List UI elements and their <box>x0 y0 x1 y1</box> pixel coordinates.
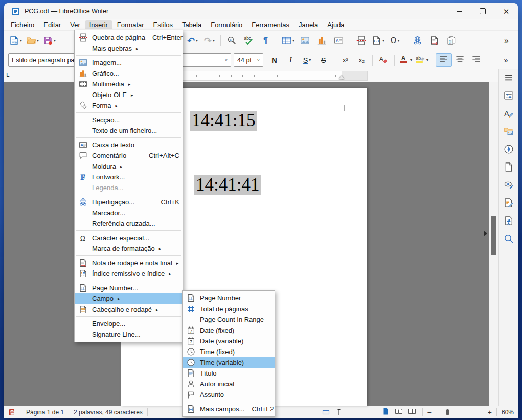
menu-item-imagem[interactable]: Imagem... <box>75 57 183 68</box>
menu-item-campo[interactable]: Campo▸ <box>75 293 183 304</box>
field-item-page-count-in-range[interactable]: Page Count In Range <box>183 314 275 325</box>
undo-button[interactable]: ↶▾ <box>184 33 201 48</box>
menu-item-car-cter-especial[interactable]: Carácter especial... <box>75 232 183 243</box>
minimize-button[interactable] <box>447 3 471 19</box>
field-item-time-variable[interactable]: Time (variable) <box>183 357 275 368</box>
menu-item-forma[interactable]: Forma▸ <box>75 100 183 111</box>
menu-item-ndice-remissivo-e-ndice[interactable]: Índice remissivo e índice▸ <box>75 268 183 279</box>
menu-item-coment-rio[interactable]: ComentárioCtrl+Alt+C <box>75 150 183 161</box>
styles-deck-button[interactable] <box>502 108 515 121</box>
time-field[interactable]: 14:41:41 <box>194 175 261 195</box>
word-count-status[interactable]: 2 palavras, 49 caracteres <box>74 409 143 416</box>
accessibility-check-button[interactable] <box>502 216 515 228</box>
menu-item-marca-de-formata-o[interactable]: Marca de formatação▸ <box>75 243 183 254</box>
menu-item-envelope[interactable]: Envelope... <box>75 318 183 329</box>
field-item-mais-campos[interactable]: Mais campos...Ctrl+F2 <box>183 404 275 414</box>
field-item-date-fixed[interactable]: Date (fixed) <box>183 325 275 336</box>
field-item-time-fixed[interactable]: Time (fixed) <box>183 346 275 357</box>
menu-item-multim-dia[interactable]: Multimédia▸ <box>75 79 183 89</box>
menu-janela[interactable]: Janela <box>294 20 323 29</box>
menu-item-page-number[interactable]: Page Number... <box>75 283 183 293</box>
menu-estilos[interactable]: Estilos <box>149 20 177 29</box>
menu-formatar[interactable]: Formatar <box>112 20 149 29</box>
insert-chart-button[interactable] <box>313 33 330 48</box>
field-item-date-variable[interactable]: Date (variable) <box>183 336 275 346</box>
field-item-total-de-p-ginas[interactable]: Total de páginas <box>183 304 275 314</box>
menu-item-texto-de-um-ficheiro[interactable]: Texto de um ficheiro... <box>75 125 183 136</box>
align-center-button[interactable] <box>452 53 468 67</box>
field-item-page-number[interactable]: Page Number <box>183 293 275 304</box>
menu-item-sec-o[interactable]: Secção... <box>75 114 183 125</box>
maximize-button[interactable] <box>471 3 494 19</box>
menu-ficheiro[interactable]: Ficheiro <box>6 20 39 29</box>
menu-item-moldura[interactable]: Moldura▸ <box>75 161 183 172</box>
zoom-slider[interactable] <box>436 409 483 416</box>
insert-table-button[interactable]: ▾ <box>280 33 297 48</box>
time-field[interactable]: 14:41:15 <box>190 111 257 131</box>
menu-formul-rio[interactable]: Formulário <box>206 20 247 29</box>
scrollbar-thumb[interactable] <box>491 216 496 255</box>
zoom-slider-thumb[interactable] <box>446 409 449 415</box>
menu-ferramentas[interactable]: Ferramentas <box>247 20 294 29</box>
underline-button[interactable]: S▾ <box>299 53 315 67</box>
clear-formatting-button[interactable] <box>375 53 392 67</box>
insert-hyperlink-button[interactable] <box>409 33 426 48</box>
insert-image-button[interactable] <box>297 33 313 48</box>
menu-ver[interactable]: Ver <box>65 20 85 29</box>
menu-item-objeto-ole[interactable]: Objeto OLE▸ <box>75 89 183 100</box>
close-button[interactable]: ✕ <box>494 3 518 19</box>
navigator-deck-button[interactable] <box>502 144 515 156</box>
zoom-percent[interactable]: 60% <box>502 409 514 416</box>
field-item-assunto[interactable]: Assunto <box>183 389 275 400</box>
insert-footnote-button[interactable] <box>426 33 443 48</box>
font-color-button[interactable]: ▾ <box>397 53 414 67</box>
style-inspector-button[interactable] <box>502 180 515 192</box>
insert-endnote-button[interactable] <box>443 33 460 48</box>
menu-item-legenda[interactable]: Legenda... <box>75 182 183 193</box>
tab-stop-selector[interactable]: L <box>6 72 10 78</box>
book-view-button[interactable] <box>406 407 418 417</box>
special-character-button[interactable]: Ω▾ <box>387 33 403 48</box>
menu-item-hiperliga-o[interactable]: Hiperligação...Ctrl+K <box>75 197 183 207</box>
align-left-button[interactable] <box>436 53 452 67</box>
page-deck-button[interactable] <box>502 162 515 174</box>
menu-item-gr-fico[interactable]: Gráfico... <box>75 68 183 79</box>
title-bar[interactable]: PCG.odt — LibreOffice Writer ✕ <box>4 3 518 19</box>
manage-changes-button[interactable] <box>502 198 515 210</box>
text-cursor-icon[interactable] <box>335 408 343 416</box>
vertical-scrollbar[interactable] <box>489 82 498 406</box>
open-button[interactable]: ▾ <box>24 33 41 48</box>
single-page-view-button[interactable] <box>380 407 391 417</box>
menu-item-caixa-de-texto[interactable]: Caixa de texto <box>75 139 183 150</box>
multi-page-view-button[interactable] <box>393 407 404 417</box>
menu-item-nota-de-rodap-e-nota-final[interactable]: Nota de rodapé e nota final▸ <box>75 258 183 268</box>
save-button[interactable]: ▾ <box>41 33 58 48</box>
field-item-t-tulo[interactable]: Título <box>183 368 275 379</box>
new-document-button[interactable]: ▾ <box>7 33 24 48</box>
superscript-button[interactable]: x² <box>337 53 353 67</box>
insert-textbox-button[interactable] <box>330 33 347 48</box>
gallery-deck-button[interactable] <box>502 126 515 138</box>
toolbar-overflow-button[interactable]: » <box>498 33 515 48</box>
menu-editar[interactable]: Editar <box>39 20 65 29</box>
search-deck-button[interactable] <box>502 234 515 246</box>
font-size-combo[interactable]: 44 pt ˅ <box>234 53 263 67</box>
menu-item-marcador[interactable]: Marcador... <box>75 207 183 218</box>
chevron-down-icon[interactable]: ˅ <box>254 58 263 63</box>
insert-page-break-button[interactable] <box>353 33 370 48</box>
align-right-button[interactable] <box>468 53 485 67</box>
menu-item-refer-ncia-cruzada[interactable]: Referência cruzada... <box>75 218 183 229</box>
menu-tabela[interactable]: Tabela <box>177 20 206 29</box>
page-count-status[interactable]: Página 1 de 1 <box>26 409 64 416</box>
selection-mode-icon[interactable] <box>322 408 330 416</box>
zoom-out-button[interactable]: − <box>427 408 432 416</box>
menu-item-quebra-de-p-gina[interactable]: Quebra de páginaCtrl+Enter <box>75 32 183 43</box>
menu-item-mais-quebras[interactable]: Mais quebras▸ <box>75 43 183 54</box>
zoom-in-button[interactable]: + <box>488 408 492 416</box>
spellcheck-button[interactable] <box>240 33 257 48</box>
formatting-marks-button[interactable]: ¶ <box>257 33 274 48</box>
menu-item-signature-line[interactable]: Signature Line... <box>75 329 183 340</box>
format-overflow-button[interactable]: » <box>497 53 514 67</box>
bold-button[interactable]: N <box>266 53 282 67</box>
sidebar-settings-button[interactable] <box>502 73 515 85</box>
